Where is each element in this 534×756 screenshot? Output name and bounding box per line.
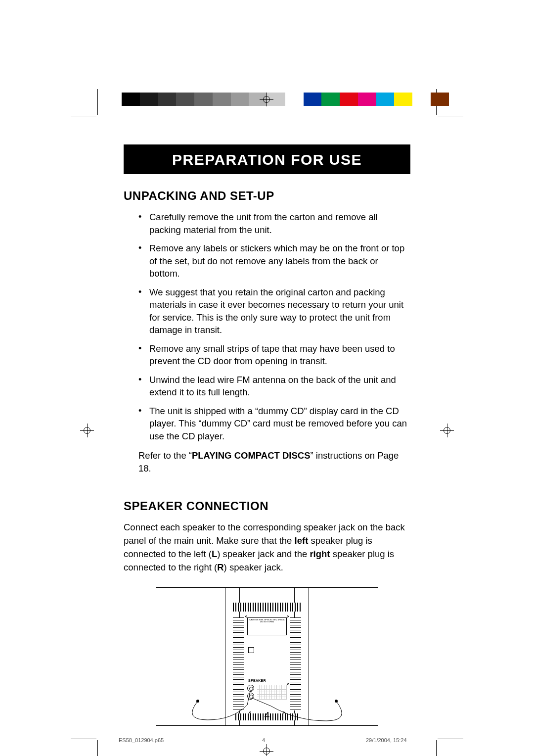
speaker-jack-right xyxy=(247,693,254,700)
crop-mark xyxy=(438,116,463,116)
refer-line: Refer to the “PLAYING COMPACT DISCS” ins… xyxy=(138,449,410,474)
section-title: PREPARATION FOR USE xyxy=(172,151,362,168)
registration-mark-icon xyxy=(80,424,94,437)
screw xyxy=(287,683,289,685)
top-vent xyxy=(233,603,301,612)
list-item: The unit is shipped with a “dummy CD” di… xyxy=(138,405,410,443)
caution-label: CAUTION RISK OF ELECTRIC SHOCK DO NOT OP… xyxy=(247,617,287,635)
crop-mark xyxy=(438,739,463,739)
registration-mark-icon xyxy=(260,744,273,756)
text-bold: left xyxy=(295,535,309,546)
heading-unpacking: UNPACKING AND SET-UP xyxy=(124,189,410,203)
crop-mark xyxy=(97,740,98,756)
crop-mark xyxy=(71,739,96,739)
antenna-terminal xyxy=(248,647,254,653)
text: Refer to the “ xyxy=(138,450,192,461)
section-title-bar: PREPARATION FOR USE xyxy=(124,144,410,174)
crop-mark xyxy=(97,89,98,115)
screw xyxy=(287,615,289,617)
list-item: We suggest that you retain the original … xyxy=(138,286,410,336)
unpacking-list: Carefully remove the unit from the carto… xyxy=(138,211,410,442)
speaker-paragraph: Connect each speaker to the correspondin… xyxy=(124,521,410,574)
screw xyxy=(245,615,247,617)
heading-speaker: SPEAKER CONNECTION xyxy=(124,499,410,513)
list-item: Carefully remove the unit from the carto… xyxy=(138,211,410,236)
registration-mark-icon xyxy=(440,424,454,437)
text-bold: L xyxy=(212,549,217,559)
list-item: Remove any labels or stickers which may … xyxy=(138,242,410,280)
text: ) speaker jack. xyxy=(224,562,283,572)
rear-plate xyxy=(257,685,287,700)
list-item: Remove any small strips of tape that may… xyxy=(138,342,410,368)
registration-mark-icon xyxy=(260,93,273,106)
side-vent xyxy=(290,617,301,710)
text-bold: PLAYING COMPACT DISCS xyxy=(192,450,311,461)
speaker-connection-diagram: CAUTION RISK OF ELECTRIC SHOCK DO NOT OP… xyxy=(129,587,405,731)
crop-mark xyxy=(71,116,96,116)
footer-sheet-page: 4 xyxy=(262,737,265,743)
footer-filename: ES58_012904.p65 xyxy=(119,737,164,743)
footer-timestamp: 29/1/2004, 15:24 xyxy=(366,737,407,743)
page-content: PREPARATION FOR USE UNPACKING AND SET-UP… xyxy=(124,144,410,731)
speaker-jack-left xyxy=(247,685,254,692)
list-item: Unwind the lead wire FM antenna on the b… xyxy=(138,374,410,399)
speaker-jacks-label: SPEAKER xyxy=(248,679,266,682)
main-unit-rear: CAUTION RISK OF ELECTRIC SHOCK DO NOT OP… xyxy=(225,587,309,726)
text-bold: R xyxy=(217,562,223,572)
text-bold: right xyxy=(310,549,330,559)
crop-mark xyxy=(436,740,437,756)
side-vent xyxy=(233,617,244,710)
page-number: 4 xyxy=(0,710,534,721)
text: ) speaker jack and the xyxy=(217,549,310,559)
